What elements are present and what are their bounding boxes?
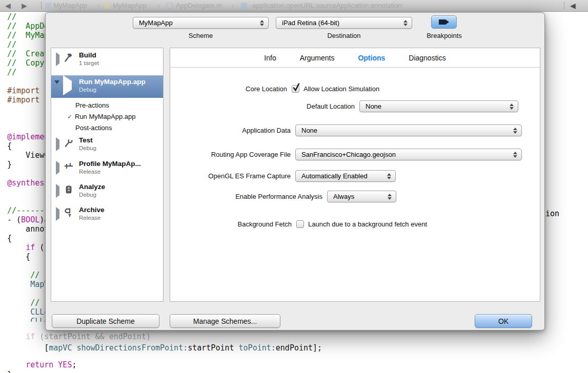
code-line: annotation: xyxy=(7,224,45,234)
background-fetch-option-label: Launch due to a background fetch event xyxy=(308,220,427,228)
toolbar-divider xyxy=(564,2,564,9)
manage-schemes-button[interactable]: Manage Schemes... xyxy=(170,314,280,328)
destination-label: Destination xyxy=(276,32,412,39)
sidebar-item-test[interactable]: Test xyxy=(79,136,93,144)
routing-coverage-file-label: Routing App Coverage File xyxy=(175,151,291,158)
scheme-popup[interactable]: MyMapApp xyxy=(133,17,269,29)
breakpoint-tag-icon xyxy=(438,18,450,26)
forward-arrow-icon[interactable]: ▶ xyxy=(22,1,27,10)
default-location-value: None xyxy=(366,102,381,110)
code-token: @synthesize xyxy=(7,178,45,188)
disclosure-triangle-icon[interactable] xyxy=(54,84,59,93)
back-arrow-icon[interactable]: ◀ xyxy=(5,1,11,10)
code-line xyxy=(7,169,45,178)
code-token: toPoint: xyxy=(239,343,276,353)
background-fetch-label: Background Fetch xyxy=(175,220,292,228)
jump-bar-item[interactable]: -application:openURL:sourceApplication:a… xyxy=(250,2,403,10)
code-line: // xyxy=(7,40,45,49)
code-line: { xyxy=(7,234,45,243)
toolbar-divider xyxy=(41,2,42,9)
editor-toolbar: ◀ ▶ MyMapApp › MyMapApp › AppDelegate.m … xyxy=(0,0,588,12)
duplicate-scheme-button[interactable]: Duplicate Scheme xyxy=(52,314,159,328)
sidebar-item-profile[interactable]: Profile MyMapAp... xyxy=(79,160,141,168)
code-token xyxy=(7,280,30,289)
allow-location-simulation-checkbox[interactable] xyxy=(292,85,299,93)
performance-analysis-label: Enable Performance Analysis xyxy=(175,193,322,200)
analyze-icon xyxy=(64,184,74,195)
sidebar-subitem-post-actions[interactable]: Post-actions xyxy=(75,124,112,132)
hammer-icon xyxy=(64,53,74,63)
code-token xyxy=(53,360,58,369)
code-line: ViewController xyxy=(7,151,45,160)
tab-info[interactable]: Info xyxy=(264,54,276,62)
code-token xyxy=(7,243,26,252)
project-icon xyxy=(45,3,51,9)
code-token: endPoint]; xyxy=(276,343,322,353)
code-line: // xyxy=(7,271,45,280)
opengl-frame-capture-popup[interactable]: Automatically Enabled xyxy=(295,170,396,182)
code-token: } xyxy=(7,370,12,373)
application-data-value: None xyxy=(301,127,317,134)
opengl-frame-capture-label: OpenGL ES Frame Capture xyxy=(175,172,291,180)
jump-bar-item[interactable]: AppDelegate.m xyxy=(176,2,222,10)
disclosure-triangle-icon[interactable] xyxy=(56,55,59,64)
code-line: } xyxy=(7,370,12,373)
code-line: // Copyright xyxy=(7,58,45,68)
scheme-popup-value: MyMapApp xyxy=(139,19,173,27)
sidebar-subitem-pre-actions[interactable]: Pre-actions xyxy=(75,101,109,109)
sidebar-item-archive[interactable]: Archive xyxy=(79,206,105,214)
disclosure-triangle-icon[interactable] xyxy=(56,140,59,149)
code-token: // Copyright xyxy=(7,58,45,68)
popup-stepper-icon xyxy=(513,152,517,158)
code-fragment-right: ion xyxy=(545,209,559,218)
performance-analysis-popup[interactable]: Always xyxy=(327,191,396,202)
options-panel: Info Arguments Options Diagnostics Core … xyxy=(170,48,540,302)
related-items-arrow-icon[interactable]: ◀ xyxy=(570,1,576,10)
jump-bar-separator: › xyxy=(232,2,234,10)
disclosure-triangle-icon[interactable] xyxy=(56,210,59,219)
background-fetch-checkbox[interactable] xyxy=(296,220,304,228)
sidebar-item-run-selected[interactable]: Run MyMapApp.app Debug xyxy=(51,75,163,98)
default-location-popup[interactable]: None xyxy=(359,100,518,112)
jump-bar-separator: › xyxy=(158,2,160,10)
code-token: // xyxy=(7,68,16,77)
popup-stepper-icon xyxy=(513,128,517,134)
code-token: ( xyxy=(35,243,44,252)
code-line: #import "AppDelegate.h" xyxy=(7,86,45,95)
breakpoints-toggle-button[interactable] xyxy=(431,15,457,29)
ok-button[interactable]: OK xyxy=(475,314,532,328)
code-token: mapVC showDirectionsFromPoint: xyxy=(49,343,188,353)
tab-diagnostics[interactable]: Diagnostics xyxy=(409,54,445,62)
destination-popup-value: iPad Retina (64-bit) xyxy=(282,19,339,27)
code-line: // xyxy=(7,298,45,307)
destination-popup[interactable]: iPad Retina (64-bit) xyxy=(276,17,412,29)
popup-stepper-icon xyxy=(259,20,264,26)
code-line: CLLocationCoordinate2D xyxy=(7,317,45,322)
routing-coverage-file-popup[interactable]: SanFrancisco+Chicago.geojson xyxy=(295,149,522,160)
jump-bar-item[interactable]: MyMapApp xyxy=(53,2,87,10)
tab-arguments[interactable]: Arguments xyxy=(300,54,335,62)
disclosure-triangle-icon[interactable] xyxy=(56,163,59,173)
code-line: //--------------------------------------… xyxy=(7,206,45,215)
code-line xyxy=(7,105,45,114)
sidebar-item-build-subtitle: 1 target xyxy=(79,60,99,66)
sidebar-subitem-run[interactable]: Run MyMapApp.app xyxy=(75,113,136,120)
sidebar-item-build[interactable]: Build xyxy=(79,51,96,59)
application-data-popup[interactable]: None xyxy=(295,125,522,136)
code-token xyxy=(7,307,30,317)
code-token xyxy=(7,332,26,341)
code-line xyxy=(7,289,45,298)
code-token: MapViewController xyxy=(30,280,45,289)
method-icon xyxy=(241,3,247,9)
sidebar-item-analyze-subtitle: Debug xyxy=(79,192,96,198)
jump-bar-item[interactable]: MyMapApp xyxy=(113,2,147,10)
code-token: // xyxy=(7,12,16,22)
tab-options[interactable]: Options xyxy=(358,54,385,62)
sidebar-item-analyze[interactable]: Analyze xyxy=(79,183,105,191)
code-token: (startPoint && endPoint) xyxy=(35,332,151,341)
code-token: { xyxy=(7,252,30,261)
disclosure-triangle-icon[interactable] xyxy=(56,186,59,196)
code-token xyxy=(7,360,26,369)
wrench-icon xyxy=(64,138,74,148)
code-line: if (startPoint && endPoint) xyxy=(7,332,151,341)
